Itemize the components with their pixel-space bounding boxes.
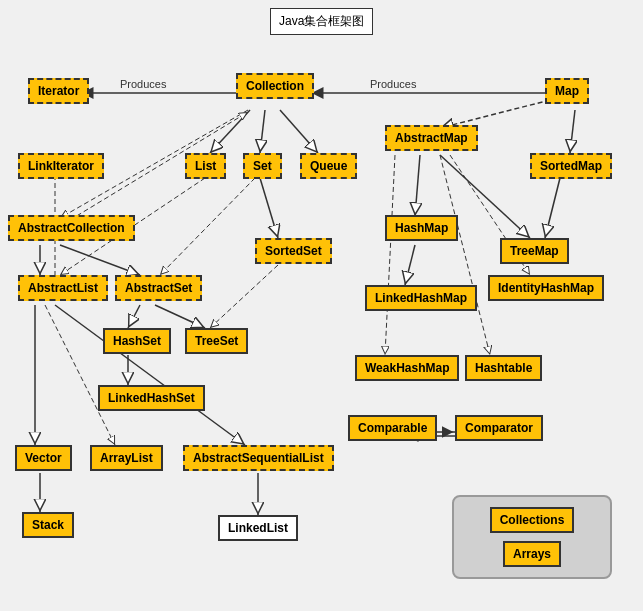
node-iterator: Iterator xyxy=(28,78,89,104)
node-weakhashmap: WeakHashMap xyxy=(355,355,459,381)
svg-text:Produces: Produces xyxy=(120,78,167,90)
svg-line-9 xyxy=(280,110,318,153)
node-map: Map xyxy=(545,78,589,104)
node-identityhashmap: IdentityHashMap xyxy=(488,275,604,301)
node-collection: Collection xyxy=(236,73,314,99)
svg-line-25 xyxy=(128,305,140,328)
node-hashset: HashSet xyxy=(103,328,171,354)
node-comparable: Comparable xyxy=(348,415,437,441)
node-comparator: Comparator xyxy=(455,415,543,441)
node-vector: Vector xyxy=(15,445,72,471)
svg-line-15 xyxy=(405,245,415,285)
svg-line-24 xyxy=(160,178,255,275)
node-abstractmap: AbstractMap xyxy=(385,125,478,151)
svg-text:Produces: Produces xyxy=(370,78,417,90)
node-linkedhashset: LinkedHashSet xyxy=(98,385,205,411)
node-linkedhashmap: LinkedHashMap xyxy=(365,285,477,311)
svg-line-10 xyxy=(570,110,575,153)
svg-line-14 xyxy=(545,178,560,238)
node-linkiterator: LinkIterator xyxy=(18,153,104,179)
node-abstractcollection: AbstractCollection xyxy=(8,215,135,241)
node-sortedmap: SortedMap xyxy=(530,153,612,179)
node-abstractlist: AbstractList xyxy=(18,275,108,301)
title-node: Java集合框架图 xyxy=(270,8,373,35)
svg-line-23 xyxy=(260,178,278,238)
node-stack: Stack xyxy=(22,512,74,538)
svg-line-8 xyxy=(260,110,265,153)
node-abstractset: AbstractSet xyxy=(115,275,202,301)
node-arrays: Arrays xyxy=(503,541,561,567)
svg-line-30 xyxy=(55,305,245,445)
svg-line-16 xyxy=(385,155,395,355)
svg-line-12 xyxy=(415,155,420,216)
node-treemap: TreeMap xyxy=(500,238,569,264)
svg-line-7 xyxy=(210,110,250,153)
node-abstractsequentiallist: AbstractSequentialList xyxy=(183,445,334,471)
svg-line-11 xyxy=(440,98,558,128)
node-hashtable: Hashtable xyxy=(465,355,542,381)
svg-line-35 xyxy=(210,265,278,328)
node-queue: Queue xyxy=(300,153,357,179)
node-sortedset: SortedSet xyxy=(255,238,332,264)
diagram: Produces Produces Produces xyxy=(0,0,643,611)
node-arraylist: ArrayList xyxy=(90,445,163,471)
node-collections: Collections xyxy=(490,507,575,533)
svg-line-29 xyxy=(45,305,115,445)
node-treeset: TreeSet xyxy=(185,328,248,354)
node-hashmap: HashMap xyxy=(385,215,458,241)
node-linkedlist: LinkedList xyxy=(218,515,298,541)
legend-box: Collections Arrays xyxy=(452,495,612,579)
svg-line-17 xyxy=(440,155,490,355)
node-set: Set xyxy=(243,153,282,179)
svg-line-26 xyxy=(155,305,205,328)
node-list: List xyxy=(185,153,226,179)
svg-line-21 xyxy=(60,245,140,275)
